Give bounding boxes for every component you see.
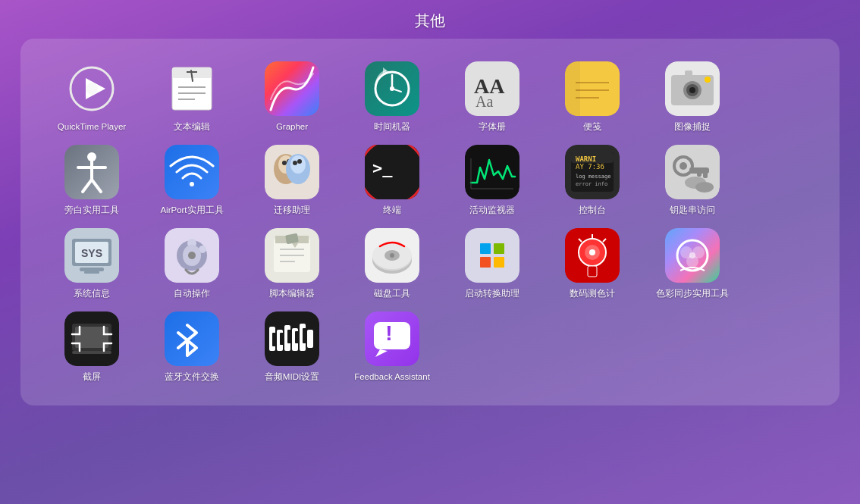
app-item-colormeter[interactable]: 数码测色计: [542, 221, 642, 304]
app-item-textedit[interactable]: 文本编辑: [142, 54, 242, 137]
svg-point-110: [689, 252, 695, 258]
app-label-bluetooth: 蓝牙文件交换: [165, 371, 219, 383]
app-label-diskutility: 磁盘工具: [374, 288, 410, 299]
svg-point-47: [297, 159, 302, 164]
app-item-migration[interactable]: 迁移助理: [242, 137, 342, 221]
app-icon-accessibility: [64, 145, 119, 199]
svg-point-45: [290, 155, 306, 174]
app-row-0: QuickTime Player 文本编辑: [42, 54, 818, 137]
apps-grid: QuickTime Player 文本编辑: [20, 39, 840, 405]
svg-point-38: [190, 182, 194, 186]
app-item-audiomidi[interactable]: 音频MIDI设置: [242, 304, 342, 387]
app-item-airport[interactable]: AirPort实用工具: [142, 137, 242, 221]
svg-rect-65: [697, 172, 701, 177]
app-item-screenshot[interactable]: 截屏: [42, 304, 142, 387]
app-label-grapher: Grapher: [276, 121, 308, 133]
svg-point-2: [86, 83, 98, 95]
app-row-2: SYS 系统信息 自动操作 脚本编辑器: [42, 221, 818, 304]
svg-rect-94: [494, 243, 504, 254]
app-icon-quicktime: [64, 61, 119, 116]
app-item-activitymonitor[interactable]: 活动监视器: [442, 137, 542, 221]
app-label-timemachine: 时间机器: [374, 121, 410, 133]
app-item-fontbook[interactable]: AA Aa 字体册: [442, 54, 542, 137]
app-label-sysinfo: 系统信息: [74, 288, 110, 299]
app-item-terminal[interactable]: >_ 终端: [342, 137, 442, 221]
app-label-audiomidi: 音频MIDI设置: [265, 371, 319, 383]
app-row-3: 截屏 蓝牙文件交换: [42, 304, 818, 387]
svg-rect-93: [480, 243, 491, 254]
app-icon-imagecapture: [665, 61, 720, 116]
app-icon-feedback: !: [365, 311, 419, 366]
svg-rect-115: [165, 311, 219, 366]
app-icon-colormeter: [565, 228, 620, 283]
app-icon-automator: [165, 228, 219, 283]
svg-point-62: [680, 162, 687, 170]
app-item-colorsync[interactable]: 色彩同步实用工具: [642, 221, 742, 304]
page-title: 其他: [415, 11, 445, 31]
svg-rect-95: [480, 257, 491, 268]
app-label-automator: 自动操作: [174, 288, 210, 299]
app-icon-console: WARNI AY 7:36 log message error info: [565, 145, 620, 199]
svg-text:log message: log message: [576, 174, 610, 180]
svg-point-30: [705, 77, 711, 83]
app-icon-activitymonitor: [465, 145, 519, 199]
app-item-feedback[interactable]: ! Feedback Assistant: [342, 304, 442, 387]
app-item-sysinfo[interactable]: SYS 系统信息: [42, 221, 142, 304]
app-item-automator[interactable]: 自动操作: [142, 221, 242, 304]
app-row-1: 旁白实用工具 AirPort实用工具: [42, 137, 818, 221]
app-label-migration: 迁移助理: [274, 205, 310, 216]
app-icon-fontbook: AA Aa: [465, 61, 519, 116]
app-label-textedit: 文本编辑: [174, 121, 210, 133]
svg-text:SYS: SYS: [81, 247, 102, 259]
app-icon-scripteditor: [265, 228, 319, 283]
app-item-accessibility[interactable]: 旁白实用工具: [42, 137, 142, 221]
svg-rect-122: [307, 330, 313, 348]
svg-point-28: [689, 87, 695, 93]
svg-rect-37: [165, 145, 219, 199]
svg-point-79: [188, 252, 196, 259]
app-label-terminal: 终端: [383, 205, 401, 216]
app-item-bootcamp[interactable]: 启动转换助理: [442, 221, 542, 304]
app-item-scripteditor[interactable]: 脚本编辑器: [242, 221, 342, 304]
svg-text:!: !: [385, 321, 392, 345]
app-item-bluetooth[interactable]: 蓝牙文件交换: [142, 304, 242, 387]
svg-rect-92: [465, 228, 519, 283]
app-item-quicktime[interactable]: QuickTime Player: [42, 54, 142, 137]
app-icon-grapher: [265, 61, 319, 116]
app-icon-stickies: [565, 61, 620, 116]
app-item-imagecapture[interactable]: 图像捕捉: [642, 54, 742, 137]
svg-rect-125: [287, 330, 291, 343]
svg-rect-72: [84, 271, 99, 274]
app-item-grapher[interactable]: Grapher: [242, 54, 342, 137]
svg-point-91: [390, 253, 394, 258]
svg-text:error info: error info: [576, 181, 607, 187]
app-label-feedback: Feedback Assistant: [354, 371, 430, 383]
svg-rect-29: [685, 70, 692, 77]
app-label-stickies: 便笺: [583, 121, 601, 133]
app-icon-bluetooth: [165, 311, 219, 366]
app-label-screenshot: 截屏: [83, 371, 101, 383]
app-icon-airport: [165, 145, 219, 199]
app-icon-sysinfo: SYS: [64, 228, 119, 283]
app-label-console: 控制台: [579, 205, 606, 216]
app-item-stickies[interactable]: 便笺: [542, 54, 642, 137]
app-item-diskutility[interactable]: 磁盘工具: [342, 221, 442, 304]
svg-rect-64: [703, 172, 708, 178]
svg-rect-126: [295, 331, 299, 343]
svg-rect-123: [272, 333, 276, 346]
svg-rect-124: [280, 333, 284, 345]
app-label-quicktime: QuickTime Player: [58, 121, 126, 133]
app-item-keychain[interactable]: 钥匙串访问: [642, 137, 742, 221]
svg-rect-71: [80, 268, 104, 271]
app-item-console[interactable]: WARNI AY 7:36 log message error info 控制台: [542, 137, 642, 221]
svg-text:WARNI: WARNI: [576, 155, 596, 163]
app-label-bootcamp: 启动转换助理: [465, 288, 519, 299]
app-icon-terminal: >_: [365, 145, 419, 199]
app-label-keychain: 钥匙串访问: [670, 205, 715, 216]
app-label-airport: AirPort实用工具: [160, 205, 223, 216]
app-label-colorsync: 色彩同步实用工具: [656, 288, 729, 299]
app-item-timemachine[interactable]: 时间机器: [342, 54, 442, 137]
svg-text:AY 7:36: AY 7:36: [576, 163, 604, 171]
app-label-fontbook: 字体册: [479, 121, 506, 133]
svg-rect-96: [494, 257, 504, 268]
